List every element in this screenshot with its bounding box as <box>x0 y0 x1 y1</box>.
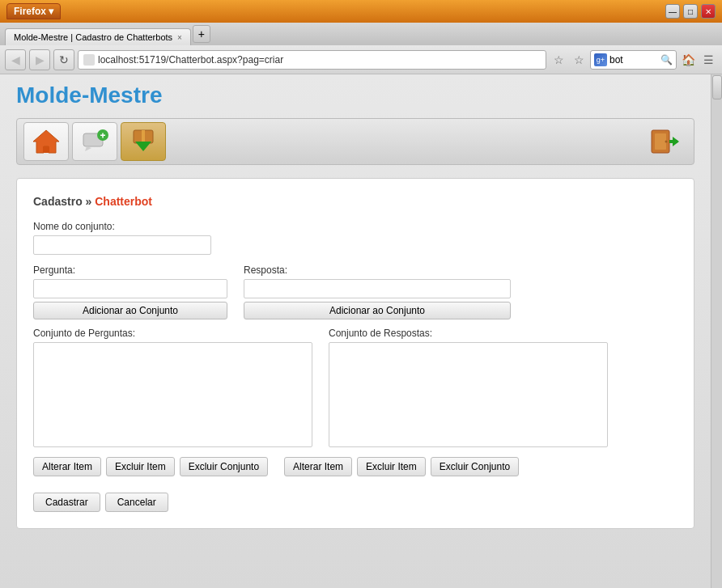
toolbar-chat-button[interactable] <box>72 122 117 161</box>
conjunto-row: Conjunto de Perguntas: Conjunto de Respo… <box>33 328 677 447</box>
svg-rect-6 <box>102 133 104 138</box>
bookmark-star2-icon[interactable]: ☆ <box>570 51 588 69</box>
cancelar-button[interactable]: Cancelar <box>105 493 168 512</box>
page-background: Molde-Mestre <box>0 74 722 588</box>
nome-label: Nome do conjunto: <box>33 221 677 232</box>
toolbar-download-button[interactable] <box>121 122 166 161</box>
add-resposta-button[interactable]: Adicionar ao Conjunto <box>244 302 511 319</box>
conjunto-respostas-textarea[interactable] <box>329 342 608 447</box>
tab-bar: Molde-Mestre | Cadastro de Chatterbots ×… <box>0 23 722 45</box>
scrollbar-thumb[interactable] <box>712 75 722 99</box>
page-content: Molde-Mestre <box>0 74 711 545</box>
nome-group: Nome do conjunto: <box>33 221 677 255</box>
pergunta-resposta-row: Pergunta: Adicionar ao Conjunto Resposta… <box>33 264 677 319</box>
conjunto-perguntas-textarea[interactable] <box>33 342 312 447</box>
svg-marker-3 <box>85 146 91 151</box>
svg-rect-1 <box>43 146 49 153</box>
pergunta-label: Pergunta: <box>33 264 227 276</box>
app-logo: Molde-Mestre <box>16 82 694 108</box>
form-title-prefix: Cadastro » <box>33 195 95 208</box>
menu-button[interactable]: ☰ <box>699 51 717 69</box>
search-input[interactable] <box>609 54 658 66</box>
url-icon <box>83 54 95 66</box>
svg-point-14 <box>665 141 668 143</box>
bottom-buttons: Cadastrar Cancelar <box>33 493 677 512</box>
action-buttons-row: Alterar Item Excluir Item Excluir Conjun… <box>33 457 677 484</box>
firefox-button[interactable]: Firefox ▾ <box>6 3 61 19</box>
home-nav-button[interactable]: 🏠 <box>679 51 697 69</box>
maximize-button[interactable]: □ <box>683 4 698 19</box>
minimize-button[interactable]: — <box>665 4 680 19</box>
tab-title: Molde-Mestre | Cadastro de Chatterbots <box>14 32 172 42</box>
excluir-item-perguntas-button[interactable]: Excluir Item <box>106 457 175 476</box>
new-tab-button[interactable]: + <box>193 25 210 43</box>
scrollbar[interactable] <box>711 74 722 588</box>
bookmark-star-icon[interactable]: ☆ <box>550 51 567 69</box>
conjunto-respostas-label: Conjunto de Respostas: <box>329 328 608 339</box>
resposta-label: Resposta: <box>244 264 511 276</box>
download-icon <box>129 127 158 156</box>
conjunto-respostas-group: Conjunto de Respostas: <box>329 328 608 447</box>
search-magnifier-icon: 🔍 <box>660 54 673 66</box>
reload-button[interactable]: ↻ <box>53 49 74 70</box>
home-icon <box>32 127 61 156</box>
resposta-input[interactable] <box>244 279 511 298</box>
toolbar-exit-button[interactable] <box>642 122 687 161</box>
back-button[interactable]: ◀ <box>5 49 26 70</box>
app-toolbar <box>16 118 694 165</box>
add-pergunta-button[interactable]: Adicionar ao Conjunto <box>33 302 227 319</box>
conjunto-perguntas-group: Conjunto de Perguntas: <box>33 328 312 447</box>
url-text: localhost:51719/Chatterbot.aspx?pag=cria… <box>98 54 283 66</box>
close-button[interactable]: ✕ <box>701 4 716 19</box>
pergunta-input[interactable] <box>33 279 227 298</box>
svg-rect-9 <box>142 130 145 142</box>
chat-plus-icon <box>80 127 109 156</box>
form-card: Cadastro » Chatterbot Nome do conjunto: … <box>16 178 694 529</box>
window-controls: — □ ✕ <box>665 4 716 19</box>
cadastrar-button[interactable]: Cadastrar <box>33 493 100 512</box>
svg-marker-13 <box>673 137 679 146</box>
resposta-col: Resposta: Adicionar ao Conjunto <box>244 264 511 319</box>
exit-icon <box>648 127 681 156</box>
search-box[interactable]: g+ 🔍 <box>590 50 677 70</box>
form-title: Cadastro » Chatterbot <box>33 195 677 208</box>
svg-rect-11 <box>655 133 666 150</box>
excluir-conjunto-respostas-button[interactable]: Excluir Conjunto <box>431 457 519 476</box>
search-engine-icon: g+ <box>594 53 607 66</box>
pergunta-col: Pergunta: Adicionar ao Conjunto <box>33 264 227 319</box>
url-bar[interactable]: localhost:51719/Chatterbot.aspx?pag=cria… <box>78 50 546 70</box>
excluir-conjunto-perguntas-button[interactable]: Excluir Conjunto <box>180 457 268 476</box>
browser-tab[interactable]: Molde-Mestre | Cadastro de Chatterbots × <box>5 28 191 45</box>
perguntas-buttons: Alterar Item Excluir Item Excluir Conjun… <box>33 457 268 476</box>
title-bar: Firefox ▾ — □ ✕ <box>0 0 722 23</box>
respostas-buttons: Alterar Item Excluir Item Excluir Conjun… <box>284 457 519 476</box>
tab-close-button[interactable]: × <box>177 33 182 42</box>
form-title-highlight: Chatterbot <box>95 195 152 208</box>
alterar-item-respostas-button[interactable]: Alterar Item <box>284 457 352 476</box>
nome-input[interactable] <box>33 235 211 255</box>
alterar-item-perguntas-button[interactable]: Alterar Item <box>33 457 101 476</box>
excluir-item-respostas-button[interactable]: Excluir Item <box>357 457 426 476</box>
forward-button[interactable]: ▶ <box>29 49 50 70</box>
navigation-bar: ◀ ▶ ↻ localhost:51719/Chatterbot.aspx?pa… <box>0 45 722 74</box>
svg-marker-8 <box>135 142 151 151</box>
nav-right: ☆ ☆ g+ 🔍 🏠 ☰ <box>550 50 717 70</box>
conjunto-perguntas-label: Conjunto de Perguntas: <box>33 328 312 339</box>
toolbar-home-button[interactable] <box>23 122 69 161</box>
